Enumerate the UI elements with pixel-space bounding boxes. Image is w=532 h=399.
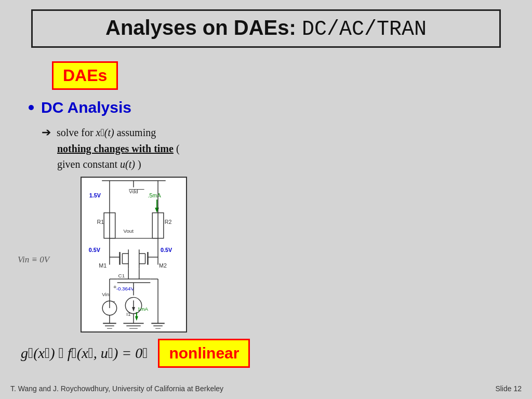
svg-text:-0.364V: -0.364V [116, 286, 135, 291]
svg-text:M2: M2 [159, 262, 167, 269]
formula-area: g⃗(x⃗) ≜ f⃗(x⃗, u⃗) = 0⃗ nonlinear [21, 339, 250, 368]
vin-equiv-label: Vin ≡ 0V [18, 255, 49, 265]
svg-text:C1: C1 [118, 273, 125, 278]
svg-text:Vin: Vin [102, 291, 109, 297]
circuit-diagram: Vdd 1.5V .5mA R1 R2 Vout [81, 177, 187, 332]
dc-subtext: ➔ solve for x⃗(t) assuming nothing chang… [42, 124, 180, 172]
svg-text:1.5V: 1.5V [89, 192, 101, 198]
page-title: Analyses on DAEs: DC/AC/TRAN [43, 16, 489, 41]
daes-badge: DAEs [52, 61, 118, 90]
svg-text:0.5V: 0.5V [161, 247, 172, 253]
dc-analysis-title: DC Analysis [29, 99, 131, 116]
svg-text:+: + [113, 283, 117, 290]
footer-left: T. Wang and J. Roychowdhury, University … [10, 384, 223, 393]
footer-right: Slide 12 [495, 384, 522, 393]
svg-text:Vdd: Vdd [129, 189, 138, 194]
svg-text:I1: I1 [126, 311, 130, 317]
svg-text:R2: R2 [165, 219, 172, 225]
circuit-svg: Vdd 1.5V .5mA R1 R2 Vout [82, 178, 186, 331]
svg-text:M1: M1 [99, 262, 107, 269]
arrow-icon: ➔ [42, 126, 51, 139]
formula-math: g⃗(x⃗) ≜ f⃗(x⃗, u⃗) = 0⃗ [21, 345, 148, 362]
bullet-icon [29, 105, 34, 110]
svg-text:.5mA: .5mA [148, 192, 161, 198]
nonlinear-badge: nonlinear [158, 339, 250, 368]
svg-text:1mA: 1mA [138, 306, 149, 312]
footer: T. Wang and J. Roychowdhury, University … [0, 384, 532, 393]
svg-text:R1: R1 [97, 219, 104, 225]
title-box: Analyses on DAEs: DC/AC/TRAN [31, 9, 501, 48]
svg-text:0.5V: 0.5V [89, 247, 101, 253]
svg-text:Vout: Vout [123, 228, 134, 234]
